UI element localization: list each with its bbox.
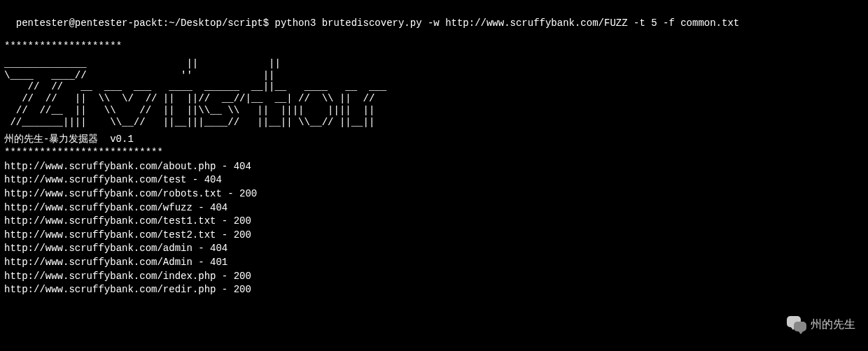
wechat-icon [785,315,805,334]
tool-version-line: 州的先生-暴力发掘器 v0.1 [4,133,864,147]
result-line: http://www.scruffybank.com/admin - 404 [4,242,864,256]
result-line: http://www.scruffybank.com/redir.php - 2… [4,283,864,297]
result-line: http://www.scruffybank.com/test1.txt - 2… [4,215,864,229]
result-line: http://www.scruffybank.com/robots.txt - … [4,187,864,201]
result-line: http://www.scruffybank.com/test2.txt - 2… [4,229,864,243]
result-line: http://www.scruffybank.com/Admin - 401 [4,256,864,270]
prompt-command: python3 brutediscovery.py -w http://www.… [275,17,740,29]
watermark: 州的先生 [785,315,855,334]
separator-bottom: *************************** [4,146,864,160]
result-line: http://www.scruffybank.com/test - 404 [4,173,864,187]
terminal-prompt-line[interactable]: pentester@pentester-packt:~/Desktop/scri… [4,3,864,30]
ascii-art-banner: ______________ || || \____ ____// '' || … [4,58,864,129]
result-line: http://www.scruffybank.com/about.php - 4… [4,160,864,174]
prompt-user-host-path: pentester@pentester-packt:~/Desktop/scri… [16,17,269,29]
separator-top: ******************** [4,40,864,54]
watermark-text: 州的先生 [811,317,855,332]
result-line: http://www.scruffybank.com/index.php - 2… [4,270,864,284]
results-list: http://www.scruffybank.com/about.php - 4… [4,160,864,297]
result-line: http://www.scruffybank.com/wfuzz - 404 [4,201,864,215]
